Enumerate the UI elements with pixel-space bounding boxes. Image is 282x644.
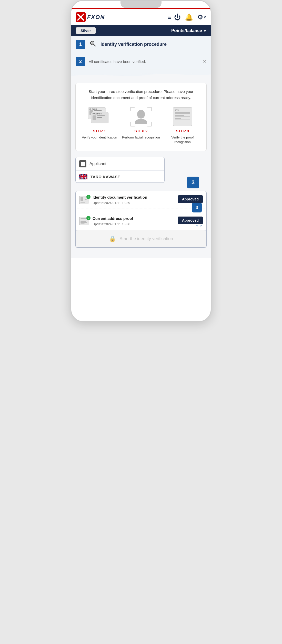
step-1-label: STEP 1 [93,129,106,133]
verification-intro-text: Start your three-step verification proce… [80,89,202,101]
applicant-icon [79,160,86,167]
start-verification-card: 🔒 Start the identity verification [76,230,206,248]
address-verification-item: ✓ Current address proof Update:2024.01.1… [76,212,206,230]
step-2-label: STEP 2 [135,129,148,133]
step-1-desc: Verify your identification [82,135,117,140]
badge-overlay-row: 3 [76,203,202,212]
step-1-icon-area: ID CARD PASSPORT [87,106,112,127]
step3-badge-1: 3 [187,177,199,188]
gear-icon: ⚙ [197,13,203,21]
step-tabs: 1 Identity verification procedure 2 All … [71,36,211,70]
step-2-icon-area [128,106,154,127]
step-tab-1[interactable]: 1 Identity verification procedure [71,36,211,53]
logo: FXON [76,12,162,22]
bank-doc-icon: BANK [173,108,192,126]
face-body [135,119,147,124]
step-col-3: BANK STEP 3 Verify the proof recognition [163,106,202,144]
step-col-1: ID CARD PASSPORT [80,106,119,140]
address-verification-info: Current address proof Update:2024.01.11 … [93,216,175,226]
tier-badge: Silver [76,27,96,34]
face-head [137,110,145,119]
check-badge-id: ✓ [86,195,90,199]
step-3-desc: Verify the proof recognition [163,135,202,144]
app-header: FXON ≡ ⏻ 🔔 ⚙ ∨ [71,9,211,25]
step-tab-2-message: All certificates have been verified. [89,59,199,64]
points-balance-button[interactable]: Points/balance ∨ [171,28,206,33]
lock-icon: 🔒 [109,235,116,242]
applicant-name: TARO KAWASE [90,175,120,179]
tier-bar: Silver Points/balance ∨ [71,25,211,36]
face-recognition-icon [130,107,152,126]
doc-photo-placeholder [80,197,83,201]
step-1-icon [89,39,97,49]
step-tab-2: 2 All certificates have been verified. × [71,53,211,70]
svg-line-6 [94,44,95,46]
address-verification-update: Update:2024.01.11 18:36 [93,222,175,226]
applicant-card: Applicant TARO KAWASE [75,157,165,183]
phone-frame: FXON ≡ ⏻ 🔔 ⚙ ∨ Silver Points/balance ∨ 1 [70,0,212,322]
face-corner-bl [130,122,135,126]
points-chevron-icon: ∨ [204,29,206,33]
logo-icon [76,12,86,22]
face-corner-tr [147,107,152,111]
gear-chevron-icon: ∨ [204,15,206,19]
start-verification-button[interactable]: 🔒 Start the identity verification [76,230,206,247]
bell-icon[interactable]: 🔔 [185,13,193,21]
applicant-section: Applicant TARO KAWASE 3 [75,157,207,183]
start-verification-label: Start the identity verification [119,236,173,241]
step3-badge-2: 3 [192,203,202,212]
face-corner-tl [130,107,135,111]
address-verification-title: Current address proof [93,216,175,221]
svg-point-5 [91,43,94,45]
applicant-icon-inner [81,162,85,166]
step-num-2: 2 [76,57,85,66]
svg-point-4 [92,41,93,43]
step-3-label: STEP 3 [176,129,189,133]
address-expand-icon[interactable]: ⌄⌄ [195,223,203,227]
identity-verification-title: Identity document verification [93,195,175,200]
uk-flag-icon [79,174,87,179]
menu-button[interactable]: ≡ [168,14,172,20]
header-icons: ⏻ 🔔 ⚙ ∨ [174,13,206,21]
applicant-header: Applicant [76,157,164,171]
id-card-icon: ID CARD PASSPORT [88,108,111,126]
main-content: Start your three-step verification proce… [71,78,211,258]
steps-row: ID CARD PASSPORT [80,106,202,144]
addr-doc-lines [80,218,87,224]
logo-text: FXON [87,14,105,20]
step-3-icon-area: BANK [170,106,195,127]
step-num-1: 1 [76,40,85,49]
face-corner-br [147,122,152,126]
power-icon[interactable]: ⏻ [174,13,181,21]
step-tab-1-title: Identity verification procedure [100,42,206,47]
step-2-desc: Perform facial recognition [122,135,160,140]
wave-divider [71,70,211,78]
gear-group[interactable]: ⚙ ∨ [197,13,206,21]
check-badge-addr: ✓ [86,216,90,220]
verification-items-card: ✓ Identity document verification Update:… [75,191,207,248]
phone-notch [120,1,162,8]
step-col-2: STEP 2 Perform facial recognition [121,106,161,140]
close-tab-2-button[interactable]: × [203,58,206,65]
applicant-name-row: TARO KAWASE [76,171,164,183]
addr-doc-icon-wrap: ✓ [79,217,89,226]
face-silhouette [135,110,147,124]
applicant-label: Applicant [89,162,106,166]
verification-procedure-card: Start your three-step verification proce… [75,83,207,151]
